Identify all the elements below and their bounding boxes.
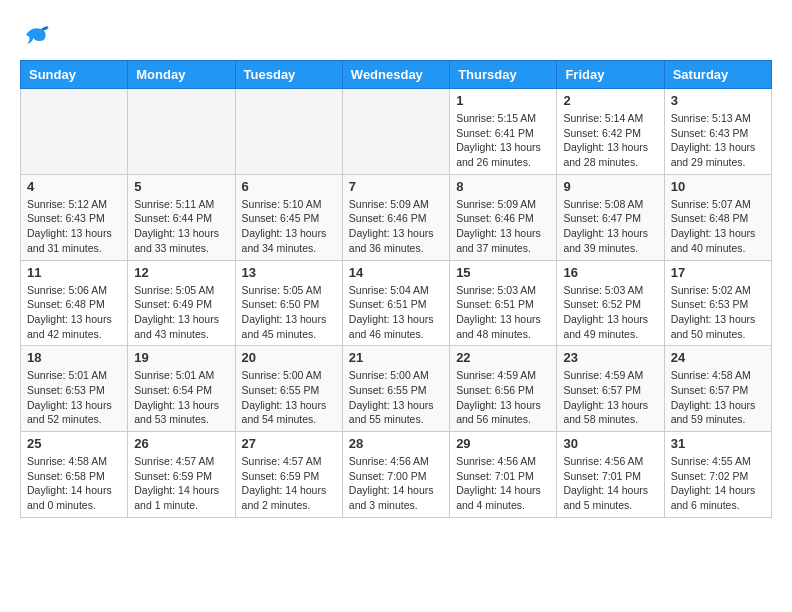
day-info: Sunrise: 4:57 AMSunset: 6:59 PMDaylight:… [242,454,336,513]
calendar-cell: 21Sunrise: 5:00 AMSunset: 6:55 PMDayligh… [342,346,449,432]
calendar-cell [128,89,235,175]
day-info: Sunrise: 4:56 AMSunset: 7:01 PMDaylight:… [563,454,657,513]
day-number: 9 [563,179,657,194]
calendar-cell: 13Sunrise: 5:05 AMSunset: 6:50 PMDayligh… [235,260,342,346]
day-number: 14 [349,265,443,280]
calendar-cell: 12Sunrise: 5:05 AMSunset: 6:49 PMDayligh… [128,260,235,346]
calendar-cell: 23Sunrise: 4:59 AMSunset: 6:57 PMDayligh… [557,346,664,432]
calendar-week-2: 4Sunrise: 5:12 AMSunset: 6:43 PMDaylight… [21,174,772,260]
day-info: Sunrise: 4:58 AMSunset: 6:57 PMDaylight:… [671,368,765,427]
calendar-cell: 5Sunrise: 5:11 AMSunset: 6:44 PMDaylight… [128,174,235,260]
calendar-cell: 20Sunrise: 5:00 AMSunset: 6:55 PMDayligh… [235,346,342,432]
day-header-thursday: Thursday [450,61,557,89]
calendar-cell [342,89,449,175]
calendar-cell: 18Sunrise: 5:01 AMSunset: 6:53 PMDayligh… [21,346,128,432]
day-info: Sunrise: 4:58 AMSunset: 6:58 PMDaylight:… [27,454,121,513]
day-number: 30 [563,436,657,451]
day-number: 4 [27,179,121,194]
day-number: 5 [134,179,228,194]
day-info: Sunrise: 5:07 AMSunset: 6:48 PMDaylight:… [671,197,765,256]
day-info: Sunrise: 4:59 AMSunset: 6:56 PMDaylight:… [456,368,550,427]
day-info: Sunrise: 5:03 AMSunset: 6:52 PMDaylight:… [563,283,657,342]
day-number: 19 [134,350,228,365]
day-number: 21 [349,350,443,365]
day-number: 7 [349,179,443,194]
day-number: 29 [456,436,550,451]
calendar-cell: 26Sunrise: 4:57 AMSunset: 6:59 PMDayligh… [128,432,235,518]
calendar-cell: 2Sunrise: 5:14 AMSunset: 6:42 PMDaylight… [557,89,664,175]
calendar-cell: 30Sunrise: 4:56 AMSunset: 7:01 PMDayligh… [557,432,664,518]
day-number: 26 [134,436,228,451]
calendar-cell: 11Sunrise: 5:06 AMSunset: 6:48 PMDayligh… [21,260,128,346]
day-number: 17 [671,265,765,280]
calendar-cell: 16Sunrise: 5:03 AMSunset: 6:52 PMDayligh… [557,260,664,346]
day-number: 10 [671,179,765,194]
calendar-cell: 4Sunrise: 5:12 AMSunset: 6:43 PMDaylight… [21,174,128,260]
day-info: Sunrise: 5:01 AMSunset: 6:54 PMDaylight:… [134,368,228,427]
day-info: Sunrise: 5:11 AMSunset: 6:44 PMDaylight:… [134,197,228,256]
day-info: Sunrise: 5:10 AMSunset: 6:45 PMDaylight:… [242,197,336,256]
calendar-cell: 8Sunrise: 5:09 AMSunset: 6:46 PMDaylight… [450,174,557,260]
calendar: SundayMondayTuesdayWednesdayThursdayFrid… [20,60,772,518]
day-info: Sunrise: 5:05 AMSunset: 6:49 PMDaylight:… [134,283,228,342]
day-header-saturday: Saturday [664,61,771,89]
day-info: Sunrise: 5:14 AMSunset: 6:42 PMDaylight:… [563,111,657,170]
calendar-cell: 29Sunrise: 4:56 AMSunset: 7:01 PMDayligh… [450,432,557,518]
calendar-cell: 7Sunrise: 5:09 AMSunset: 6:46 PMDaylight… [342,174,449,260]
day-info: Sunrise: 5:03 AMSunset: 6:51 PMDaylight:… [456,283,550,342]
calendar-cell: 19Sunrise: 5:01 AMSunset: 6:54 PMDayligh… [128,346,235,432]
calendar-cell: 27Sunrise: 4:57 AMSunset: 6:59 PMDayligh… [235,432,342,518]
calendar-cell: 25Sunrise: 4:58 AMSunset: 6:58 PMDayligh… [21,432,128,518]
calendar-week-3: 11Sunrise: 5:06 AMSunset: 6:48 PMDayligh… [21,260,772,346]
calendar-cell: 1Sunrise: 5:15 AMSunset: 6:41 PMDaylight… [450,89,557,175]
day-number: 13 [242,265,336,280]
day-info: Sunrise: 5:05 AMSunset: 6:50 PMDaylight:… [242,283,336,342]
day-info: Sunrise: 4:57 AMSunset: 6:59 PMDaylight:… [134,454,228,513]
day-number: 20 [242,350,336,365]
calendar-header-row: SundayMondayTuesdayWednesdayThursdayFrid… [21,61,772,89]
day-number: 27 [242,436,336,451]
day-info: Sunrise: 5:13 AMSunset: 6:43 PMDaylight:… [671,111,765,170]
logo [20,20,54,50]
page-header [20,20,772,50]
day-number: 12 [134,265,228,280]
day-header-tuesday: Tuesday [235,61,342,89]
day-number: 31 [671,436,765,451]
calendar-week-1: 1Sunrise: 5:15 AMSunset: 6:41 PMDaylight… [21,89,772,175]
day-number: 23 [563,350,657,365]
day-header-wednesday: Wednesday [342,61,449,89]
logo-icon [20,20,50,50]
day-number: 1 [456,93,550,108]
day-info: Sunrise: 5:06 AMSunset: 6:48 PMDaylight:… [27,283,121,342]
calendar-cell: 9Sunrise: 5:08 AMSunset: 6:47 PMDaylight… [557,174,664,260]
day-info: Sunrise: 4:56 AMSunset: 7:00 PMDaylight:… [349,454,443,513]
day-number: 22 [456,350,550,365]
day-number: 16 [563,265,657,280]
day-info: Sunrise: 5:09 AMSunset: 6:46 PMDaylight:… [456,197,550,256]
day-info: Sunrise: 4:55 AMSunset: 7:02 PMDaylight:… [671,454,765,513]
day-info: Sunrise: 5:00 AMSunset: 6:55 PMDaylight:… [349,368,443,427]
calendar-cell: 28Sunrise: 4:56 AMSunset: 7:00 PMDayligh… [342,432,449,518]
day-info: Sunrise: 4:59 AMSunset: 6:57 PMDaylight:… [563,368,657,427]
day-info: Sunrise: 5:15 AMSunset: 6:41 PMDaylight:… [456,111,550,170]
day-number: 24 [671,350,765,365]
day-info: Sunrise: 5:12 AMSunset: 6:43 PMDaylight:… [27,197,121,256]
calendar-cell: 6Sunrise: 5:10 AMSunset: 6:45 PMDaylight… [235,174,342,260]
day-header-friday: Friday [557,61,664,89]
calendar-cell: 3Sunrise: 5:13 AMSunset: 6:43 PMDaylight… [664,89,771,175]
calendar-cell [235,89,342,175]
day-info: Sunrise: 5:02 AMSunset: 6:53 PMDaylight:… [671,283,765,342]
day-number: 2 [563,93,657,108]
calendar-cell: 15Sunrise: 5:03 AMSunset: 6:51 PMDayligh… [450,260,557,346]
day-info: Sunrise: 5:08 AMSunset: 6:47 PMDaylight:… [563,197,657,256]
day-number: 8 [456,179,550,194]
day-number: 6 [242,179,336,194]
day-header-monday: Monday [128,61,235,89]
day-info: Sunrise: 5:00 AMSunset: 6:55 PMDaylight:… [242,368,336,427]
day-info: Sunrise: 5:04 AMSunset: 6:51 PMDaylight:… [349,283,443,342]
calendar-cell [21,89,128,175]
day-number: 3 [671,93,765,108]
day-number: 15 [456,265,550,280]
day-info: Sunrise: 4:56 AMSunset: 7:01 PMDaylight:… [456,454,550,513]
day-number: 11 [27,265,121,280]
